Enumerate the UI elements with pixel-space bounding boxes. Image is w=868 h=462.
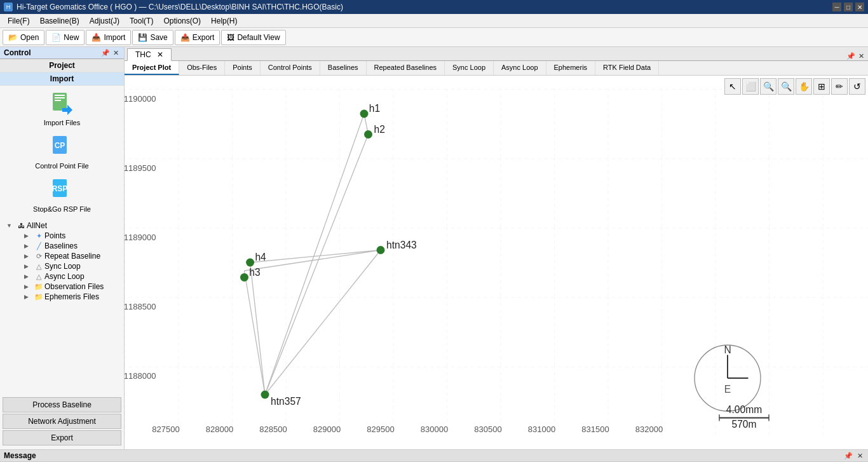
control-panel: Control 📌 ✕ Project Import Import Files (0, 47, 125, 449)
plot-canvas[interactable]: ↖ ⬜ 🔍 🔍 ✋ ⊞ ✏ ↺ (125, 76, 868, 449)
window-controls: ─ □ ✕ (832, 3, 864, 11)
plot-svg: 1190000 1189500 1189000 1188500 1188000 … (125, 76, 868, 449)
content-pin-button[interactable]: 📌 (846, 51, 855, 60)
zoom-in-button[interactable]: 🔍 (778, 78, 794, 95)
export-bottom-button[interactable]: Export (3, 430, 121, 445)
tree-view: ▼ 🖧 AllNet ▶ ✦ Points ▶ ╱ Baselines ▶ ⟳ … (0, 218, 124, 395)
bottom-buttons: Process Baseline Network Adjustment Expo… (0, 395, 124, 449)
sub-tab-control-points[interactable]: Control Points (261, 61, 320, 75)
title-text: Hi-Target Geomatics Office ( HGO ) — C:\… (17, 3, 343, 11)
sub-tab-obs-files[interactable]: Obs-Files (179, 61, 225, 75)
svg-text:h3: h3 (249, 267, 260, 278)
control-panel-header: Control 📌 ✕ (0, 47, 124, 59)
svg-rect-1 (55, 95, 65, 96)
default-view-button[interactable]: 🖼 Default View (221, 30, 285, 45)
node-h2 (364, 130, 372, 139)
open-icon: 📂 (8, 33, 18, 42)
menu-help[interactable]: Help(H) (206, 14, 242, 27)
svg-text:829500: 829500 (367, 425, 394, 434)
export-button[interactable]: 📤 Export (175, 30, 220, 45)
sync-label: Sync Loop (44, 262, 81, 271)
panel-pin-button[interactable]: 📌 (101, 48, 110, 57)
panel-close-button[interactable]: ✕ (111, 48, 120, 57)
async-label: Async Loop (44, 272, 85, 281)
import-icon: 📥 (92, 33, 101, 42)
thc-tab-close-icon[interactable]: ✕ (157, 50, 163, 59)
zoom-window-button[interactable]: ⬜ (742, 78, 759, 95)
svg-text:RSP: RSP (51, 184, 67, 193)
svg-text:830000: 830000 (421, 425, 448, 434)
import-files-icon (50, 91, 75, 116)
repeat-expand-icon: ▶ (24, 253, 33, 259)
node-h3 (240, 273, 248, 282)
tree-node-async[interactable]: ▶ △ Async Loop (0, 271, 124, 282)
pan-button[interactable]: ✋ (796, 78, 812, 95)
close-button[interactable]: ✕ (855, 3, 864, 11)
edit-button[interactable]: ✏ (831, 78, 848, 95)
sub-tab-project-plot[interactable]: Project Plot (125, 61, 179, 75)
sub-tab-ephemeris[interactable]: Ephemeris (546, 61, 596, 75)
sub-tab-points[interactable]: Points (225, 61, 261, 75)
sub-tab-repeated-baselines[interactable]: Repeated Baselines (367, 61, 445, 75)
tree-node-allnet[interactable]: ▼ 🖧 AllNet (0, 221, 124, 231)
tree-node-sync[interactable]: ▶ △ Sync Loop (0, 261, 124, 271)
main-toolbar: 📂 Open 📄 New 📥 Import 💾 Save 📤 Export 🖼 … (0, 28, 868, 47)
plot-toolbar: ↖ ⬜ 🔍 🔍 ✋ ⊞ ✏ ↺ (724, 78, 865, 95)
content-close-button[interactable]: ✕ (857, 51, 865, 60)
network-adjustment-button[interactable]: Network Adjustment (3, 414, 121, 429)
import-files-item[interactable]: Import Files (44, 91, 80, 126)
svg-text:h1: h1 (369, 103, 380, 114)
sub-tab-sync-loop[interactable]: Sync Loop (445, 61, 494, 75)
default-view-icon: 🖼 (227, 33, 234, 42)
thc-tabbar: THC ✕ 📌 ✕ (125, 47, 868, 61)
menu-tool[interactable]: Tool(T) (125, 14, 158, 27)
sub-tab-baselines[interactable]: Baselines (320, 61, 367, 75)
control-point-file-item[interactable]: CP Control Point File (35, 134, 88, 170)
content-area: THC ✕ 📌 ✕ Project Plot Obs-Files Points … (125, 47, 868, 449)
zoom-out-button[interactable]: 🔍 (760, 78, 776, 95)
app-icon: H (4, 3, 13, 11)
import-tab[interactable]: Import (0, 72, 124, 86)
ephemeris-label: Ephemeris Files (44, 292, 99, 301)
tree-node-obs[interactable]: ▶ 📁 Observation Files (0, 282, 124, 292)
svg-text:htn343: htn343 (386, 240, 417, 250)
thc-tab[interactable]: THC ✕ (127, 48, 172, 61)
minimize-button[interactable]: ─ (832, 3, 841, 11)
sub-tab-async-loop[interactable]: Async Loop (494, 61, 546, 75)
import-button[interactable]: 📥 Import (86, 30, 131, 45)
node-htn343 (377, 246, 385, 254)
menu-options[interactable]: Options(O) (158, 14, 206, 27)
allnet-icon: 🖧 (17, 221, 25, 230)
svg-text:CP: CP (54, 141, 65, 150)
grid-button[interactable]: ⊞ (813, 78, 830, 95)
message-panel-header: Message 📌 ✕ (0, 450, 868, 462)
sync-expand-icon: ▶ (24, 263, 33, 269)
tree-node-repeat[interactable]: ▶ ⟳ Repeat Baseline (0, 251, 124, 261)
message-panel: Message 📌 ✕ ✕ 0 Error ⚠ 0 Alarm ℹ 7 Info… (0, 449, 868, 462)
message-close-button[interactable]: ✕ (855, 451, 864, 460)
save-button[interactable]: 💾 Save (132, 30, 173, 45)
svg-text:830500: 830500 (474, 425, 501, 434)
ephemeris-icon: 📁 (34, 292, 43, 301)
menu-file[interactable]: File(F) (3, 14, 35, 27)
open-button[interactable]: 📂 Open (3, 30, 44, 45)
menu-baseline[interactable]: Baseline(B) (35, 14, 85, 27)
maximize-button[interactable]: □ (844, 3, 853, 11)
tree-node-ephemeris[interactable]: ▶ 📁 Ephemeris Files (0, 292, 124, 302)
svg-text:1188500: 1188500 (125, 302, 156, 311)
process-baseline-button[interactable]: Process Baseline (3, 397, 121, 412)
sub-tab-rtk-field-data[interactable]: RTK Field Data (595, 61, 659, 75)
svg-text:h4: h4 (255, 252, 266, 262)
message-pin-button[interactable]: 📌 (844, 451, 853, 460)
select-tool-button[interactable]: ↖ (724, 78, 741, 95)
stop-go-file-item[interactable]: RSP Stop&Go RSP File (33, 177, 91, 213)
svg-text:831000: 831000 (528, 425, 555, 434)
tree-node-points[interactable]: ▶ ✦ Points (0, 231, 124, 241)
menu-adjust[interactable]: Adjust(J) (85, 14, 125, 27)
tree-node-baselines[interactable]: ▶ ╱ Baselines (0, 241, 124, 251)
sub-tabs: Project Plot Obs-Files Points Control Po… (125, 61, 868, 76)
async-expand-icon: ▶ (24, 273, 33, 280)
refresh-button[interactable]: ↺ (849, 78, 865, 95)
project-tab[interactable]: Project (0, 59, 124, 72)
new-button[interactable]: 📄 New (46, 30, 85, 45)
